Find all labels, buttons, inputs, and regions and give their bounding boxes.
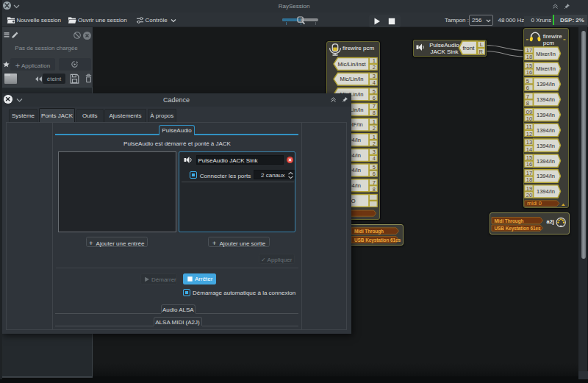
svg-text:13: 13 <box>526 139 531 146</box>
svg-text:2: 2 <box>372 125 375 132</box>
svg-text:5: 5 <box>526 78 528 85</box>
svg-text:1394/In: 1394/In <box>536 158 554 165</box>
svg-text:1394/In: 1394/In <box>536 96 554 103</box>
svg-text:Mic/Lin/In: Mic/Lin/In <box>340 76 363 82</box>
svg-text:Midi Through: Midi Through <box>495 218 524 224</box>
svg-text:4: 4 <box>372 155 375 162</box>
svg-text:midi 0: midi 0 <box>527 200 542 207</box>
svg-text:R: R <box>478 48 483 54</box>
svg-text:5: 5 <box>372 88 375 95</box>
svg-text:5: 5 <box>372 164 375 171</box>
svg-text:Mixer/In: Mixer/In <box>536 51 556 57</box>
svg-text:2: 2 <box>372 64 375 71</box>
svg-text:1: 1 <box>372 134 375 140</box>
svg-text:18: 18 <box>526 176 531 183</box>
svg-text:a2j: a2j <box>547 218 554 225</box>
svg-text:1: 1 <box>372 57 375 64</box>
svg-text:8: 8 <box>526 100 528 107</box>
svg-text:11: 11 <box>526 124 531 130</box>
svg-text:7: 7 <box>372 103 375 110</box>
svg-text:6: 6 <box>372 171 375 177</box>
svg-text:1394/In: 1394/In <box>536 81 554 87</box>
svg-text:17: 17 <box>526 170 531 176</box>
svg-text:PulseAudio: PulseAudio <box>429 41 459 48</box>
svg-text:10: 10 <box>526 115 531 122</box>
svg-text:7: 7 <box>372 179 375 186</box>
svg-text:1394/In: 1394/In <box>536 173 554 179</box>
svg-text:17: 17 <box>526 47 531 54</box>
svg-text:09: 09 <box>526 109 531 115</box>
svg-text:19: 19 <box>526 185 531 192</box>
svg-text:USB Keystation 61es: USB Keystation 61es <box>354 237 401 243</box>
svg-text:16: 16 <box>526 161 531 168</box>
svg-text:15: 15 <box>526 62 531 69</box>
svg-text:18: 18 <box>526 54 531 60</box>
svg-text:Midi Through: Midi Through <box>354 229 384 235</box>
svg-text:3: 3 <box>372 148 375 155</box>
svg-text:15: 15 <box>526 154 531 161</box>
svg-text:1394/In: 1394/In <box>536 112 554 118</box>
svg-text:8: 8 <box>372 186 375 193</box>
svg-text:Mixer/In: Mixer/In <box>536 65 556 72</box>
svg-text:2: 2 <box>372 140 375 147</box>
svg-text:1: 1 <box>372 118 375 125</box>
svg-text:JACK Sink: JACK Sink <box>430 48 459 54</box>
svg-text:1394/In: 1394/In <box>536 188 554 195</box>
svg-text:20: 20 <box>526 192 531 198</box>
svg-text:8: 8 <box>372 110 375 116</box>
svg-text:12: 12 <box>526 131 531 137</box>
svg-text:front: front <box>462 44 475 51</box>
svg-text:6: 6 <box>372 95 375 101</box>
svg-text:3: 3 <box>372 73 375 79</box>
svg-text:14: 14 <box>526 146 531 153</box>
svg-text:pcm: pcm <box>542 40 553 46</box>
svg-text:USB Keystation 61es: USB Keystation 61es <box>495 226 542 232</box>
svg-text:1394/In: 1394/In <box>536 127 554 134</box>
svg-text:7: 7 <box>526 93 528 100</box>
svg-text:L: L <box>479 41 482 48</box>
svg-text:4: 4 <box>372 79 375 86</box>
svg-text:Mic/Lin/Inst: Mic/Lin/Inst <box>337 61 366 68</box>
svg-text:6: 6 <box>526 85 528 91</box>
svg-text:1394/In: 1394/In <box>536 143 554 149</box>
svg-text:firewire pcm: firewire pcm <box>343 45 374 51</box>
svg-text:16: 16 <box>526 69 531 76</box>
